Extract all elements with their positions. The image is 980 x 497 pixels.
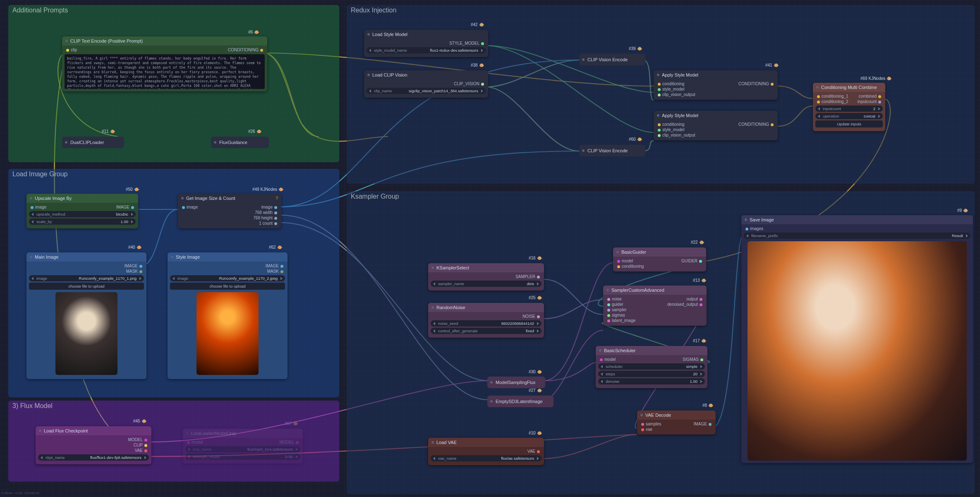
slot-in-style-model[interactable]: style_model [662,127,684,132]
node-conditioning-combiner[interactable]: Conditioning Multi Combine conditioning_… [813,83,885,131]
slot-in-clip[interactable]: clip [71,48,77,52]
widget-steps[interactable]: steps 20 [598,371,705,377]
slot-in-latent[interactable]: latent_image [612,318,635,323]
slot-out-sampler[interactable]: SAMPLER [515,274,535,279]
slot-in-model[interactable]: model [604,357,616,362]
slot-out-conditioning[interactable]: CONDITIONING [738,82,769,86]
node-style-image[interactable]: Style Image IMAGE MASK image Runcomfy_ex… [168,252,288,379]
slot-out-image[interactable]: IMAGE [125,264,138,268]
node-apply-style-model-2[interactable]: Apply Style Model conditioning CONDITION… [654,111,778,140]
widget-operation[interactable]: operation concat [815,113,883,119]
slot-in-conditioning[interactable]: conditioning [662,122,684,127]
node-clip-text-encode[interactable]: CLIP Text Encode (Positive Prompt) clip … [62,36,267,91]
node-load-vae[interactable]: Load VAE VAE vae_name flux/ae.safetensor… [428,438,544,465]
slot-in-conditioning[interactable]: conditioning [662,82,684,86]
slot-out-sigmas[interactable]: SIGMAS [683,357,699,362]
widget-strength[interactable]: strength_model 0.50 [185,454,300,460]
node-main-image[interactable]: Main Image IMAGE MASK image Runcomfy_exa… [26,252,146,379]
slot-in-sigmas[interactable]: sigmas [612,313,625,317]
slot-in-vae[interactable]: vae [646,427,652,432]
widget-clip-name[interactable]: clip_name sigclip_vision_patch14_384.saf… [367,88,486,94]
slot-out-count[interactable]: count [263,221,273,226]
slot-out-image[interactable]: IMAGE [116,205,129,209]
node-load-clip-vision[interactable]: Load CLIP Vision CLIP_VISION clip_name s… [364,70,488,98]
node-vae-decode[interactable]: VAE Decode samples IMAGE vae [637,411,716,435]
slot-out-model[interactable]: MODEL [128,437,143,442]
slot-out-width[interactable]: width [263,210,273,215]
node-load-style-model[interactable]: Load Style Model STYLE_MODEL style_model… [364,30,488,57]
slot-in-sampler[interactable]: sampler [612,307,627,312]
widget-filename-prefix[interactable]: filename_prefix Result [744,233,970,239]
slot-in-noise[interactable]: noise [612,297,622,301]
node-apply-style-model-1[interactable]: Apply Style Model conditioning CONDITION… [654,70,778,100]
node-model-sampling-flux[interactable]: ModelSamplingFlux [487,377,545,388]
slot-out-model[interactable]: MODEL [279,440,294,444]
slot-out-height[interactable]: height [261,216,273,220]
slot-in-cv-output[interactable]: clip_vision_output [662,133,695,137]
widget-upscale-method[interactable]: upscale_method bicubic [29,211,136,217]
widget-scale-by[interactable]: scale_by 1.00 [29,218,136,225]
widget-sampler-name[interactable]: sampler_name deis [431,281,542,287]
slot-out-inputcount[interactable]: inputcount [858,99,877,104]
node-lora-loader[interactable]: LoraLoaderModelOnly model MODEL lora_nam… [183,429,303,463]
node-save-image[interactable]: Save Image images filename_prefix Result [741,215,973,463]
slot-in-image[interactable]: image [35,205,46,209]
widget-style-model-name[interactable]: style_model_name flux1-redux-dev.safeten… [367,47,486,53]
slot-in-model[interactable]: model [192,440,203,444]
slot-out-mask[interactable]: MASK [267,269,279,274]
node-clip-vision-encode-2[interactable]: CLIP Vision Encode [579,145,645,156]
slot-in-guider[interactable]: guider [612,302,623,307]
slot-out-mask[interactable]: MASK [126,269,138,274]
choose-file-button[interactable]: choose file to upload [29,283,144,290]
slot-out-vae[interactable]: VAE [527,449,535,454]
slot-in-conditioning[interactable]: conditioning [622,264,644,269]
choose-file-button[interactable]: choose file to upload [170,283,285,290]
slot-out-noise[interactable]: NOISE [522,314,535,319]
widget-image-path[interactable]: image Runcomfy_example_1170_1.png [29,275,144,281]
prompt-textarea[interactable]: boiling_fire, A girl **** entirely of fl… [65,54,265,89]
widget-image-path[interactable]: image Runcomfy_example_1170_2.jpeg [170,275,285,281]
slot-in-cond2[interactable]: conditioning_2 [822,99,848,104]
node-random-noise[interactable]: RandomNoise NOISE noise_seed 86022058684… [428,303,544,338]
widget-vae-name[interactable]: vae_name flux/ae.safetensors [431,455,542,461]
node-get-image-size[interactable]: Get Image Size & Count ? image image 768… [178,194,281,228]
node-upscale-image-by[interactable]: Upscale Image By image IMAGE upscale_met… [26,194,138,228]
slot-out-image[interactable]: image [261,205,273,209]
slot-out-style-model[interactable]: STYLE_MODEL [449,41,479,46]
slot-out-image[interactable]: IMAGE [266,264,279,268]
node-empty-latent[interactable]: EmptySD3LatentImage [487,396,553,407]
node-flux-guidance[interactable]: FluxGuidance [211,137,269,148]
slot-out-guider[interactable]: GUIDER [681,259,697,263]
node-ksampler-select[interactable]: KSamplerSelect SAMPLER sampler_name deis [428,263,544,291]
update-inputs-button[interactable]: Update inputs [815,120,883,127]
widget-ckpt-name[interactable]: ckpt_name flux/flux1-dev-fp8.safetensors [38,454,149,461]
node-basic-guider[interactable]: BasicGuider model GUIDER conditioning [613,247,706,271]
node-clip-vision-encode-1[interactable]: CLIP Vision Encode [579,54,645,65]
slot-out-combined[interactable]: combined [859,94,877,98]
widget-lora-name[interactable]: lora_name flux/mjv6_lora.safetensors [185,446,300,452]
widget-control-after-generate[interactable]: control_after_generate fixed [431,328,542,334]
slot-out-conditioning[interactable]: CONDITIONING [738,122,769,127]
slot-out-output[interactable]: output [686,297,698,301]
slot-out-denoised[interactable]: denoised_output [667,302,698,307]
slot-in-image[interactable]: image [187,205,198,209]
node-sampler-custom-advanced[interactable]: SamplerCustomAdvanced noise output guide… [603,286,707,326]
slot-in-cv-output[interactable]: clip_vision_output [662,92,695,97]
node-load-flux-checkpoint[interactable]: Load Flux Checkpoint MODEL CLIP VAE ckpt… [36,426,151,464]
slot-in-style-model[interactable]: style_model [662,87,684,91]
widget-noise-seed[interactable]: noise_seed 860220586844142 [431,320,542,327]
slot-out-clip[interactable]: CLIP [134,443,143,447]
widget-denoise[interactable]: denoise 1.00 [598,378,705,384]
slot-in-images[interactable]: images [750,226,763,231]
widget-scheduler[interactable]: scheduler simple [598,363,705,370]
slot-out-conditioning[interactable]: CONDITIONING [228,48,259,52]
slot-in-cond1[interactable]: conditioning_1 [822,94,848,98]
node-basic-scheduler[interactable]: BasicScheduler model SIGMAS scheduler si… [596,346,707,388]
slot-in-samples[interactable]: samples [646,422,661,426]
slot-in-model[interactable]: model [622,259,633,263]
widget-inputcount[interactable]: inputcount 2 [815,106,883,112]
help-icon[interactable]: ? [276,194,278,203]
slot-out-image[interactable]: IMAGE [694,422,707,426]
slot-out-vae[interactable]: VAE [135,448,143,453]
slot-out-clip-vision[interactable]: CLIP_VISION [454,82,479,86]
